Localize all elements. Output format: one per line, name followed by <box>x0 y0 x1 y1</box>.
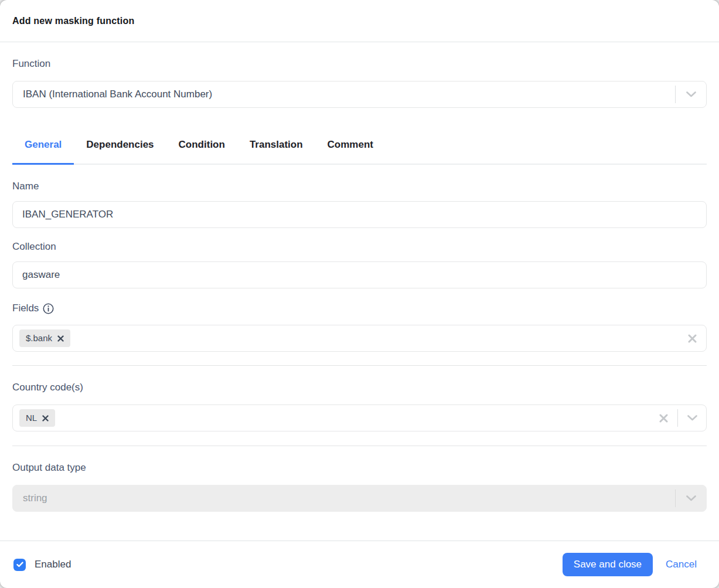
save-and-close-button[interactable]: Save and close <box>563 553 653 576</box>
function-select[interactable]: IBAN (International Bank Account Number) <box>12 81 707 108</box>
add-masking-function-modal: Add new masking function Function IBAN (… <box>0 0 719 588</box>
output-data-type-value: string <box>13 492 47 504</box>
name-input-wrap <box>12 201 707 228</box>
clear-x-icon[interactable] <box>678 325 706 351</box>
chevron-down-icon <box>676 485 706 511</box>
chip-remove-x-icon[interactable] <box>57 335 64 342</box>
country-codes-tag-input[interactable]: NL <box>12 405 707 431</box>
enabled-checkbox-row[interactable]: Enabled <box>13 559 71 571</box>
tab-translation[interactable]: Translation <box>237 137 315 165</box>
fields-label: Fields <box>12 303 39 314</box>
modal-title: Add new masking function <box>12 16 134 26</box>
modal-body: Function IBAN (International Bank Accoun… <box>0 42 719 541</box>
chip-remove-x-icon[interactable] <box>42 415 49 422</box>
function-label: Function <box>12 58 707 70</box>
modal-header: Add new masking function <box>0 0 719 42</box>
chip-label: NL <box>26 412 37 424</box>
field-tag-chip: $.bank <box>19 329 70 347</box>
enabled-label: Enabled <box>35 559 71 570</box>
country-tag-chip: NL <box>19 409 55 427</box>
chip-label: $.bank <box>26 332 52 344</box>
clear-x-icon[interactable] <box>649 405 677 431</box>
tab-comment[interactable]: Comment <box>315 137 386 165</box>
tab-dependencies[interactable]: Dependencies <box>74 137 166 165</box>
fields-tag-input[interactable]: $.bank <box>12 325 707 352</box>
enabled-checkbox[interactable] <box>13 559 26 571</box>
collection-input[interactable] <box>22 269 697 281</box>
function-select-value: IBAN (International Bank Account Number) <box>13 89 212 100</box>
modal-footer: Enabled Save and close Cancel <box>0 541 719 588</box>
country-codes-label: Country code(s) <box>12 382 707 393</box>
section-divider <box>12 446 707 446</box>
name-input[interactable] <box>22 209 697 220</box>
collection-label: Collection <box>12 241 707 253</box>
chevron-down-icon[interactable] <box>678 405 706 431</box>
tab-general[interactable]: General <box>12 137 74 165</box>
info-icon[interactable] <box>43 303 54 314</box>
output-data-type-label: Output data type <box>12 462 707 474</box>
collection-input-wrap <box>12 261 707 288</box>
cancel-button[interactable]: Cancel <box>666 559 697 570</box>
output-data-type-select: string <box>12 485 707 512</box>
tab-bar: General Dependencies Condition Translati… <box>12 137 707 165</box>
name-label: Name <box>12 181 707 192</box>
section-divider <box>12 365 707 366</box>
chevron-down-icon[interactable] <box>676 81 706 107</box>
tab-condition[interactable]: Condition <box>166 137 237 165</box>
checkmark-icon <box>16 562 23 567</box>
